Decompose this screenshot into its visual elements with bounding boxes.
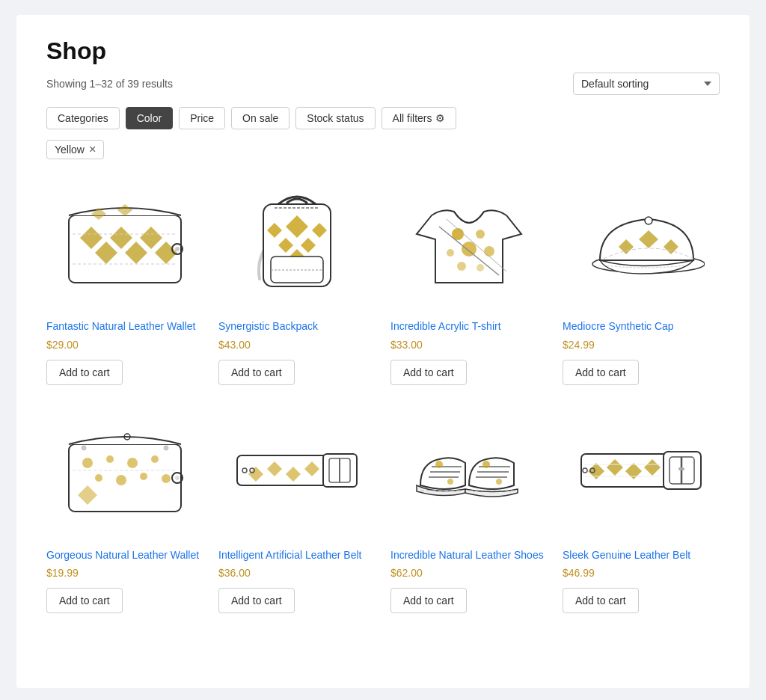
active-filter-yellow: Yellow × bbox=[46, 140, 104, 159]
product-card-7: Incredible Natural Leather Shoes $62.00 … bbox=[390, 403, 548, 614]
svg-point-42 bbox=[95, 474, 102, 482]
product-image-7 bbox=[390, 403, 548, 538]
add-to-cart-3[interactable]: Add to cart bbox=[390, 360, 467, 385]
svg-point-41 bbox=[151, 455, 159, 463]
filter-tag-label: Yellow bbox=[55, 144, 85, 156]
filter-all-filters[interactable]: All filters ⚙ bbox=[382, 107, 456, 129]
add-to-cart-6[interactable]: Add to cart bbox=[218, 588, 295, 613]
product-image-5 bbox=[46, 403, 203, 538]
page-title: Shop bbox=[46, 37, 720, 65]
product-name-8[interactable]: Sleek Genuine Leather Belt bbox=[563, 548, 720, 563]
product-name-6[interactable]: Intelligent Artificial Leather Belt bbox=[218, 548, 376, 563]
filter-color[interactable]: Color bbox=[126, 107, 173, 129]
svg-point-40 bbox=[127, 458, 138, 468]
svg-point-52 bbox=[164, 446, 168, 450]
product-image-1 bbox=[46, 174, 203, 309]
product-price-6: $36.00 bbox=[218, 567, 376, 579]
product-price-1: $29.00 bbox=[46, 339, 203, 351]
product-price-8: $46.99 bbox=[563, 567, 720, 579]
product-name-5[interactable]: Gorgeous Natural Leather Wallet bbox=[46, 548, 203, 563]
svg-point-38 bbox=[82, 458, 93, 468]
svg-point-71 bbox=[447, 479, 453, 485]
product-card-5: Gorgeous Natural Leather Wallet $19.99 A… bbox=[46, 403, 203, 614]
svg-point-36 bbox=[645, 217, 652, 224]
svg-point-70 bbox=[435, 461, 443, 468]
svg-point-26 bbox=[447, 249, 454, 257]
add-to-cart-1[interactable]: Add to cart bbox=[46, 360, 123, 385]
results-header: Showing 1–32 of 39 results Default sorti… bbox=[46, 73, 720, 95]
filter-on-sale[interactable]: On sale bbox=[231, 107, 289, 129]
product-card-8: Sleek Genuine Leather Belt $46.99 Add to… bbox=[563, 403, 720, 614]
product-name-2[interactable]: Synergistic Backpack bbox=[218, 319, 376, 334]
add-to-cart-5[interactable]: Add to cart bbox=[46, 588, 123, 613]
sort-select[interactable]: Default sorting Sort by popularity Sort … bbox=[573, 73, 720, 95]
svg-point-73 bbox=[496, 479, 502, 485]
product-image-3 bbox=[390, 174, 548, 309]
product-price-4: $24.99 bbox=[563, 339, 720, 351]
sliders-icon: ⚙ bbox=[435, 112, 445, 124]
remove-filter-yellow[interactable]: × bbox=[89, 144, 96, 156]
product-name-1[interactable]: Fantastic Natural Leather Wallet bbox=[46, 319, 203, 334]
product-card-2: Synergistic Backpack $43.00 Add to cart bbox=[218, 174, 376, 385]
product-price-2: $43.00 bbox=[218, 339, 376, 351]
product-price-3: $33.00 bbox=[390, 339, 548, 351]
svg-point-10 bbox=[175, 247, 180, 251]
svg-point-45 bbox=[162, 474, 171, 483]
product-name-4[interactable]: Mediocre Synthetic Cap bbox=[563, 319, 720, 334]
product-image-4 bbox=[563, 174, 720, 309]
product-price-7: $62.00 bbox=[390, 567, 548, 579]
add-to-cart-4[interactable]: Add to cart bbox=[563, 360, 639, 385]
product-image-2 bbox=[218, 174, 376, 309]
add-to-cart-2[interactable]: Add to cart bbox=[218, 360, 295, 385]
product-card-6: Intelligent Artificial Leather Belt $36.… bbox=[218, 403, 376, 614]
svg-point-44 bbox=[140, 473, 147, 480]
svg-point-24 bbox=[476, 230, 485, 239]
product-image-8 bbox=[563, 403, 720, 538]
svg-point-51 bbox=[82, 446, 86, 450]
svg-point-39 bbox=[106, 455, 114, 463]
svg-point-27 bbox=[484, 246, 494, 257]
svg-point-43 bbox=[116, 475, 126, 485]
products-grid: Fantastic Natural Leather Wallet $29.00 … bbox=[46, 174, 720, 613]
product-card-4: Mediocre Synthetic Cap $24.99 Add to car… bbox=[563, 174, 720, 385]
product-image-6 bbox=[218, 403, 376, 538]
svg-point-29 bbox=[477, 264, 484, 271]
shop-page: Shop Showing 1–32 of 39 results Default … bbox=[16, 15, 750, 688]
svg-rect-84 bbox=[678, 467, 684, 470]
results-count: Showing 1–32 of 39 results bbox=[46, 78, 173, 90]
svg-point-50 bbox=[175, 476, 180, 480]
product-card-1: Fantastic Natural Leather Wallet $29.00 … bbox=[46, 174, 203, 385]
filter-price[interactable]: Price bbox=[179, 107, 225, 129]
product-name-3[interactable]: Incredible Acrylic T-shirt bbox=[390, 319, 548, 334]
filter-stock-status[interactable]: Stock status bbox=[295, 107, 375, 129]
svg-point-28 bbox=[457, 262, 466, 271]
filter-row: Categories Color Price On sale Stock sta… bbox=[46, 107, 720, 129]
product-name-7[interactable]: Incredible Natural Leather Shoes bbox=[390, 548, 548, 563]
svg-point-72 bbox=[482, 461, 490, 468]
add-to-cart-7[interactable]: Add to cart bbox=[390, 588, 467, 613]
filter-categories[interactable]: Categories bbox=[46, 107, 120, 129]
active-filters: Yellow × bbox=[46, 140, 720, 159]
product-price-5: $19.99 bbox=[46, 567, 203, 579]
product-card-3: Incredible Acrylic T-shirt $33.00 Add to… bbox=[390, 174, 548, 385]
add-to-cart-8[interactable]: Add to cart bbox=[563, 588, 639, 613]
